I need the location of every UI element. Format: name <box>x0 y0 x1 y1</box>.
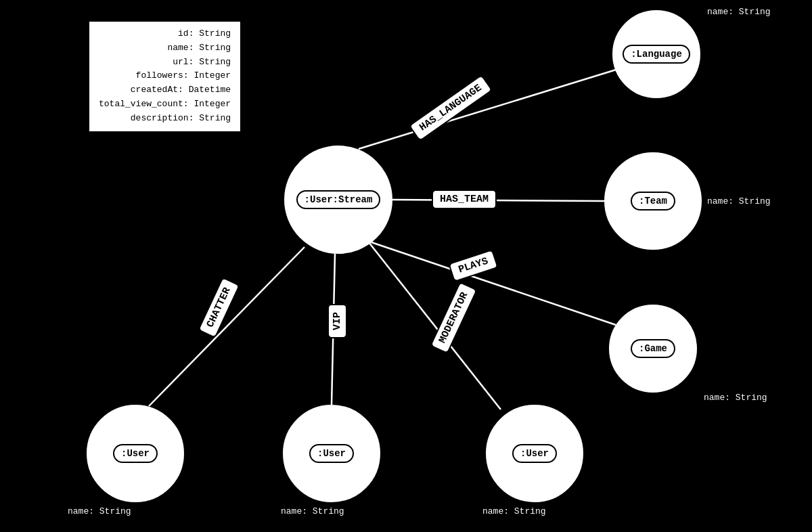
lang-name-label: name: String <box>707 7 771 17</box>
node-user2-label: :User <box>309 444 354 463</box>
node-team-label: :Team <box>631 192 675 210</box>
node-user-stream-label: :User:Stream <box>296 190 381 209</box>
svg-line-3 <box>149 247 304 406</box>
node-game-label: :Game <box>631 339 675 358</box>
node-user3: :User <box>486 405 583 502</box>
game-name-label: name: String <box>704 393 767 403</box>
rel-moderator: MODERATOR <box>430 282 478 354</box>
user3-name-label: name: String <box>482 506 546 516</box>
team-name-label: name: String <box>707 196 771 206</box>
node-team: :Team <box>604 152 702 250</box>
prop-createdat: createdAt: Datetime <box>99 83 231 97</box>
rel-has-team: HAS_TEAM <box>432 190 497 209</box>
node-language-label: :Language <box>623 45 690 64</box>
node-language: :Language <box>612 10 700 98</box>
prop-id: id: String <box>99 27 231 41</box>
rel-plays: PLAYS <box>448 249 499 282</box>
rel-has-language: HAS_LANGUAGE <box>409 74 493 141</box>
node-user-stream: :User:Stream <box>284 146 392 254</box>
prop-url: url: String <box>99 56 231 70</box>
node-user1-label: :User <box>113 444 158 463</box>
prop-name: name: String <box>99 41 231 56</box>
svg-line-0 <box>359 68 623 149</box>
svg-line-1 <box>392 200 604 201</box>
prop-followers: followers: Integer <box>99 69 231 83</box>
user1-name-label: name: String <box>68 506 131 516</box>
prop-description: description: String <box>99 112 231 126</box>
node-user2: :User <box>283 405 380 502</box>
node-user3-label: :User <box>512 444 557 463</box>
user2-name-label: name: String <box>281 506 344 516</box>
user-stream-properties: id: String name: String url: String foll… <box>88 20 242 133</box>
rel-chatter: CHATTER <box>198 277 240 338</box>
prop-totalview: total_view_count: Integer <box>99 97 231 112</box>
node-user1: :User <box>87 405 184 502</box>
rel-vip: VIP <box>328 304 347 338</box>
node-game: :Game <box>609 305 697 393</box>
